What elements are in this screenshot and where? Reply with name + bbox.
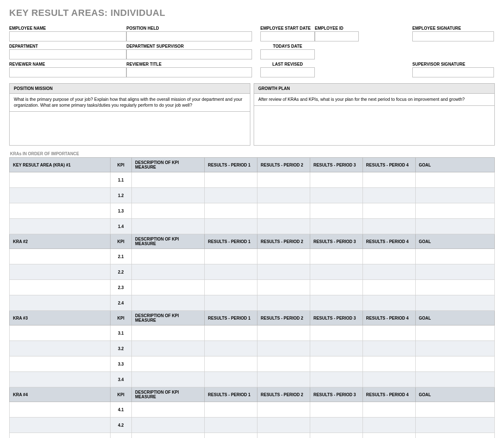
result-p1-input[interactable]	[205, 372, 257, 387]
result-p4-input[interactable]	[363, 203, 415, 218]
reviewer-name-input[interactable]	[9, 67, 126, 77]
result-p4-input[interactable]	[363, 295, 415, 310]
goal-input[interactable]	[416, 418, 494, 433]
goal-input[interactable]	[416, 341, 494, 356]
kra-name-input[interactable]	[10, 418, 110, 433]
result-p3-input[interactable]	[310, 402, 363, 417]
result-p4-input[interactable]	[363, 264, 415, 279]
kra-name-input[interactable]	[10, 280, 110, 295]
result-p4-input[interactable]	[363, 219, 415, 234]
goal-input[interactable]	[416, 433, 494, 438]
start-date-input[interactable]	[260, 31, 315, 41]
kpi-desc-input[interactable]	[132, 203, 204, 218]
todays-date-input[interactable]	[260, 49, 315, 59]
goal-input[interactable]	[416, 372, 494, 387]
result-p3-input[interactable]	[310, 325, 363, 341]
result-p2-input[interactable]	[257, 295, 310, 310]
result-p1-input[interactable]	[205, 295, 257, 310]
result-p4-input[interactable]	[363, 433, 415, 438]
kra-name-input[interactable]	[10, 188, 110, 203]
result-p2-input[interactable]	[257, 280, 310, 295]
result-p3-input[interactable]	[310, 295, 363, 310]
result-p3-input[interactable]	[310, 203, 363, 218]
result-p3-input[interactable]	[310, 356, 363, 371]
result-p2-input[interactable]	[257, 418, 310, 433]
goal-input[interactable]	[416, 249, 494, 264]
result-p3-input[interactable]	[310, 433, 363, 438]
result-p2-input[interactable]	[257, 264, 310, 279]
result-p4-input[interactable]	[363, 418, 415, 433]
result-p4-input[interactable]	[363, 356, 415, 371]
result-p3-input[interactable]	[310, 188, 363, 203]
kra-name-input[interactable]	[10, 402, 110, 417]
result-p1-input[interactable]	[205, 219, 257, 234]
result-p1-input[interactable]	[205, 280, 257, 295]
reviewer-title-input[interactable]	[126, 67, 252, 77]
result-p1-input[interactable]	[205, 356, 257, 371]
kpi-desc-input[interactable]	[132, 280, 204, 295]
result-p2-input[interactable]	[257, 203, 310, 218]
result-p1-input[interactable]	[205, 341, 257, 356]
result-p1-input[interactable]	[205, 203, 257, 218]
growth-plan-input[interactable]	[254, 106, 494, 138]
kpi-desc-input[interactable]	[132, 295, 204, 310]
result-p2-input[interactable]	[257, 372, 310, 387]
result-p4-input[interactable]	[363, 172, 415, 187]
kra-name-input[interactable]	[10, 341, 110, 356]
result-p1-input[interactable]	[205, 264, 257, 279]
result-p3-input[interactable]	[310, 249, 363, 264]
goal-input[interactable]	[416, 325, 494, 341]
result-p3-input[interactable]	[310, 341, 363, 356]
kpi-desc-input[interactable]	[132, 188, 204, 203]
result-p2-input[interactable]	[257, 325, 310, 341]
department-input[interactable]	[9, 49, 126, 59]
employee-name-input[interactable]	[9, 31, 126, 41]
goal-input[interactable]	[416, 295, 494, 310]
goal-input[interactable]	[416, 172, 494, 187]
result-p3-input[interactable]	[310, 372, 363, 387]
dept-supervisor-input[interactable]	[126, 49, 252, 59]
kpi-desc-input[interactable]	[132, 356, 204, 371]
position-mission-input[interactable]	[10, 112, 250, 143]
result-p1-input[interactable]	[205, 188, 257, 203]
result-p2-input[interactable]	[257, 341, 310, 356]
goal-input[interactable]	[416, 188, 494, 203]
result-p4-input[interactable]	[363, 372, 415, 387]
kra-name-input[interactable]	[10, 219, 110, 234]
position-held-input[interactable]	[126, 31, 252, 41]
kpi-desc-input[interactable]	[132, 249, 204, 264]
result-p1-input[interactable]	[205, 418, 257, 433]
result-p2-input[interactable]	[257, 433, 310, 438]
kpi-desc-input[interactable]	[132, 402, 204, 417]
result-p1-input[interactable]	[205, 172, 257, 187]
kpi-desc-input[interactable]	[132, 341, 204, 356]
result-p1-input[interactable]	[205, 402, 257, 417]
kpi-desc-input[interactable]	[132, 433, 204, 438]
kpi-desc-input[interactable]	[132, 372, 204, 387]
result-p1-input[interactable]	[205, 249, 257, 264]
result-p1-input[interactable]	[205, 325, 257, 341]
result-p4-input[interactable]	[363, 249, 415, 264]
result-p2-input[interactable]	[257, 172, 310, 187]
goal-input[interactable]	[416, 356, 494, 371]
kra-name-input[interactable]	[10, 264, 110, 279]
kra-name-input[interactable]	[10, 372, 110, 387]
result-p3-input[interactable]	[310, 264, 363, 279]
goal-input[interactable]	[416, 219, 494, 234]
kpi-desc-input[interactable]	[132, 219, 204, 234]
kra-name-input[interactable]	[10, 325, 110, 341]
supervisor-signature-input[interactable]	[412, 67, 494, 77]
result-p4-input[interactable]	[363, 402, 415, 417]
result-p4-input[interactable]	[363, 188, 415, 203]
kpi-desc-input[interactable]	[132, 172, 204, 187]
kra-name-input[interactable]	[10, 295, 110, 310]
result-p4-input[interactable]	[363, 280, 415, 295]
result-p2-input[interactable]	[257, 188, 310, 203]
kpi-desc-input[interactable]	[132, 418, 204, 433]
goal-input[interactable]	[416, 264, 494, 279]
result-p1-input[interactable]	[205, 433, 257, 438]
result-p4-input[interactable]	[363, 325, 415, 341]
kra-name-input[interactable]	[10, 356, 110, 371]
goal-input[interactable]	[416, 203, 494, 218]
result-p3-input[interactable]	[310, 280, 363, 295]
